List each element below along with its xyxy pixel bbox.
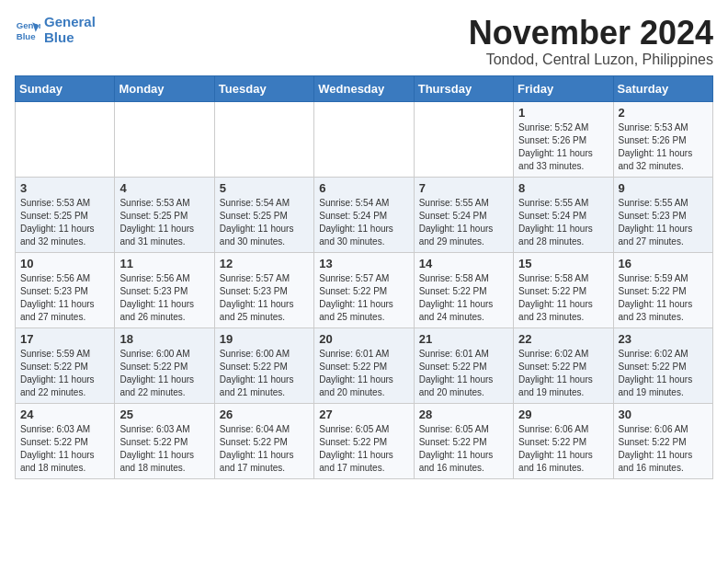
day-info: Sunrise: 5:53 AM Sunset: 5:25 PM Dayligh… [119, 197, 209, 248]
day-info: Sunrise: 5:53 AM Sunset: 5:25 PM Dayligh… [20, 197, 109, 248]
calendar-cell: 14Sunrise: 5:58 AM Sunset: 5:22 PM Dayli… [414, 252, 513, 327]
day-info: Sunrise: 5:55 AM Sunset: 5:23 PM Dayligh… [619, 197, 708, 248]
logo-line1: General [44, 15, 96, 30]
day-info: Sunrise: 5:58 AM Sunset: 5:22 PM Dayligh… [419, 272, 508, 324]
week-row-1: 3Sunrise: 5:53 AM Sunset: 5:25 PM Daylig… [16, 177, 713, 252]
day-number: 8 [518, 181, 608, 195]
day-number: 30 [619, 408, 708, 421]
calendar-cell: 1Sunrise: 5:52 AM Sunset: 5:26 PM Daylig… [514, 101, 613, 177]
calendar-cell [314, 101, 414, 177]
calendar-cell: 12Sunrise: 5:57 AM Sunset: 5:23 PM Dayli… [214, 252, 313, 327]
day-info: Sunrise: 6:03 AM Sunset: 5:22 PM Dayligh… [20, 423, 109, 475]
calendar-cell: 22Sunrise: 6:02 AM Sunset: 5:22 PM Dayli… [514, 327, 613, 403]
week-row-3: 17Sunrise: 5:59 AM Sunset: 5:22 PM Dayli… [16, 327, 713, 403]
day-info: Sunrise: 5:54 AM Sunset: 5:24 PM Dayligh… [319, 197, 408, 248]
calendar-cell [214, 101, 313, 177]
day-info: Sunrise: 5:56 AM Sunset: 5:23 PM Dayligh… [20, 272, 109, 324]
day-number: 7 [419, 181, 508, 195]
day-info: Sunrise: 5:54 AM Sunset: 5:25 PM Dayligh… [220, 197, 309, 248]
header-monday: Monday [115, 75, 214, 101]
calendar-cell: 9Sunrise: 5:55 AM Sunset: 5:23 PM Daylig… [613, 177, 712, 252]
title-block: November 2024 Tondod, Central Luzon, Phi… [469, 15, 713, 68]
calendar-cell: 3Sunrise: 5:53 AM Sunset: 5:25 PM Daylig… [16, 177, 115, 252]
day-number: 12 [220, 257, 309, 270]
day-info: Sunrise: 6:00 AM Sunset: 5:22 PM Dayligh… [220, 348, 309, 399]
calendar-cell: 26Sunrise: 6:04 AM Sunset: 5:22 PM Dayli… [214, 403, 313, 478]
header-row: SundayMondayTuesdayWednesdayThursdayFrid… [16, 75, 713, 101]
day-number: 19 [220, 332, 309, 346]
calendar-cell: 4Sunrise: 5:53 AM Sunset: 5:25 PM Daylig… [115, 177, 214, 252]
day-info: Sunrise: 6:06 AM Sunset: 5:22 PM Dayligh… [619, 423, 708, 475]
day-info: Sunrise: 5:55 AM Sunset: 5:24 PM Dayligh… [419, 197, 508, 248]
day-number: 27 [319, 408, 408, 421]
day-info: Sunrise: 6:01 AM Sunset: 5:22 PM Dayligh… [419, 348, 508, 399]
day-info: Sunrise: 6:03 AM Sunset: 5:22 PM Dayligh… [119, 423, 209, 475]
day-number: 20 [319, 332, 408, 346]
day-info: Sunrise: 5:55 AM Sunset: 5:24 PM Dayligh… [518, 197, 608, 248]
calendar-cell [115, 101, 214, 177]
calendar-cell: 28Sunrise: 6:05 AM Sunset: 5:22 PM Dayli… [414, 403, 513, 478]
header-thursday: Thursday [414, 75, 513, 101]
day-number: 28 [419, 408, 508, 421]
day-info: Sunrise: 6:05 AM Sunset: 5:22 PM Dayligh… [419, 423, 508, 475]
day-info: Sunrise: 6:01 AM Sunset: 5:22 PM Dayligh… [319, 348, 408, 399]
svg-text:Blue: Blue [17, 30, 36, 40]
day-info: Sunrise: 5:58 AM Sunset: 5:22 PM Dayligh… [518, 272, 608, 324]
day-number: 1 [518, 106, 608, 120]
day-number: 21 [419, 332, 508, 346]
calendar-cell: 2Sunrise: 5:53 AM Sunset: 5:26 PM Daylig… [613, 101, 712, 177]
calendar-table: SundayMondayTuesdayWednesdayThursdayFrid… [15, 75, 713, 479]
page-header: General Blue General Blue November 2024 … [15, 15, 713, 68]
day-info: Sunrise: 6:02 AM Sunset: 5:22 PM Dayligh… [619, 348, 708, 399]
day-info: Sunrise: 6:05 AM Sunset: 5:22 PM Dayligh… [319, 423, 408, 475]
logo-line2: Blue [44, 30, 96, 46]
calendar-cell: 18Sunrise: 6:00 AM Sunset: 5:22 PM Dayli… [115, 327, 214, 403]
calendar-cell: 5Sunrise: 5:54 AM Sunset: 5:25 PM Daylig… [214, 177, 313, 252]
day-number: 29 [518, 408, 608, 421]
day-number: 14 [419, 257, 508, 270]
calendar-cell [16, 101, 115, 177]
day-number: 15 [518, 257, 608, 270]
location-subtitle: Tondod, Central Luzon, Philippines [469, 52, 713, 68]
calendar-cell: 20Sunrise: 6:01 AM Sunset: 5:22 PM Dayli… [314, 327, 414, 403]
calendar-cell: 13Sunrise: 5:57 AM Sunset: 5:22 PM Dayli… [314, 252, 414, 327]
logo: General Blue General Blue [15, 15, 96, 45]
day-number: 4 [119, 181, 209, 195]
week-row-4: 24Sunrise: 6:03 AM Sunset: 5:22 PM Dayli… [16, 403, 713, 478]
day-number: 5 [220, 181, 309, 195]
calendar-cell: 6Sunrise: 5:54 AM Sunset: 5:24 PM Daylig… [314, 177, 414, 252]
day-number: 18 [119, 332, 209, 346]
calendar-cell: 21Sunrise: 6:01 AM Sunset: 5:22 PM Dayli… [414, 327, 513, 403]
calendar-cell: 10Sunrise: 5:56 AM Sunset: 5:23 PM Dayli… [16, 252, 115, 327]
calendar-cell: 17Sunrise: 5:59 AM Sunset: 5:22 PM Dayli… [16, 327, 115, 403]
day-number: 3 [20, 181, 109, 195]
day-info: Sunrise: 5:59 AM Sunset: 5:22 PM Dayligh… [619, 272, 708, 324]
day-info: Sunrise: 5:53 AM Sunset: 5:26 PM Dayligh… [619, 121, 708, 173]
calendar-cell: 24Sunrise: 6:03 AM Sunset: 5:22 PM Dayli… [16, 403, 115, 478]
day-info: Sunrise: 6:02 AM Sunset: 5:22 PM Dayligh… [518, 348, 608, 399]
calendar-cell [414, 101, 513, 177]
header-wednesday: Wednesday [314, 75, 414, 101]
day-number: 25 [119, 408, 209, 421]
calendar-cell: 29Sunrise: 6:06 AM Sunset: 5:22 PM Dayli… [514, 403, 613, 478]
day-number: 9 [619, 181, 708, 195]
day-number: 2 [619, 106, 708, 120]
calendar-cell: 19Sunrise: 6:00 AM Sunset: 5:22 PM Dayli… [214, 327, 313, 403]
header-saturday: Saturday [613, 75, 712, 101]
day-info: Sunrise: 5:52 AM Sunset: 5:26 PM Dayligh… [518, 121, 608, 173]
header-friday: Friday [514, 75, 613, 101]
day-info: Sunrise: 5:59 AM Sunset: 5:22 PM Dayligh… [20, 348, 109, 399]
day-number: 16 [619, 257, 708, 270]
day-number: 10 [20, 257, 109, 270]
day-number: 11 [119, 257, 209, 270]
day-info: Sunrise: 6:06 AM Sunset: 5:22 PM Dayligh… [518, 423, 608, 475]
day-number: 6 [319, 181, 408, 195]
day-number: 23 [619, 332, 708, 346]
calendar-cell: 25Sunrise: 6:03 AM Sunset: 5:22 PM Dayli… [115, 403, 214, 478]
week-row-0: 1Sunrise: 5:52 AM Sunset: 5:26 PM Daylig… [16, 101, 713, 177]
header-sunday: Sunday [16, 75, 115, 101]
calendar-cell: 8Sunrise: 5:55 AM Sunset: 5:24 PM Daylig… [514, 177, 613, 252]
day-number: 22 [518, 332, 608, 346]
day-number: 17 [20, 332, 109, 346]
calendar-cell: 7Sunrise: 5:55 AM Sunset: 5:24 PM Daylig… [414, 177, 513, 252]
